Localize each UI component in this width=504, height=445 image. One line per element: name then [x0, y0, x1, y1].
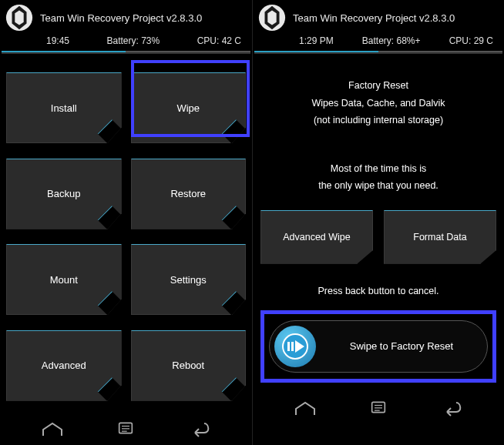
app-title: Team Win Recovery Project v2.8.3.0 [40, 12, 202, 24]
main-menu-grid: Install Wipe Backup Restore Mount Settin… [0, 57, 252, 411]
install-button[interactable]: Install [6, 72, 122, 143]
info-line: the only wipe that you need. [260, 177, 496, 195]
nav-bar [253, 390, 504, 424]
divider [254, 52, 502, 54]
log-icon[interactable] [365, 398, 392, 417]
info-line: Factory Reset [260, 77, 496, 95]
wipe-info: Factory Reset Wipes Data, Cache, and Dal… [253, 57, 504, 202]
settings-button[interactable]: Settings [131, 244, 247, 315]
swipe-label: Swipe to Factory Reset [316, 340, 487, 352]
app-title: Team Win Recovery Project v2.8.3.0 [293, 12, 455, 24]
time-label: 19:45 [46, 35, 69, 46]
cpu-label: CPU: 42 C [197, 35, 241, 46]
log-icon[interactable] [112, 419, 139, 437]
cancel-hint: Press back button to cancel. [253, 286, 504, 296]
format-data-button[interactable]: Format Data [384, 210, 496, 264]
header: Team Win Recovery Project v2.8.3.0 [253, 0, 504, 34]
home-icon[interactable] [291, 398, 319, 417]
status-bar: 1:29 PM Battery: 68%+ CPU: 29 C [253, 34, 504, 51]
svg-rect-8 [287, 342, 290, 351]
advanced-wipe-button[interactable]: Advanced Wipe [260, 210, 373, 264]
backup-button[interactable]: Backup [6, 159, 122, 229]
swipe-knob-icon[interactable] [274, 326, 316, 367]
advanced-button[interactable]: Advanced [6, 330, 122, 401]
swipe-highlight: Swipe to Factory Reset [260, 310, 496, 383]
status-bar: 19:45 Battery: 73% CPU: 42 C [0, 34, 252, 51]
main-menu-screen: Team Win Recovery Project v2.8.3.0 19:45… [0, 0, 252, 445]
info-line: Wipes Data, Cache, and Dalvik [260, 95, 496, 112]
header: Team Win Recovery Project v2.8.3.0 [0, 0, 252, 34]
reboot-button[interactable]: Reboot [131, 330, 247, 401]
info-line: Most of the time this is [260, 160, 496, 178]
twrp-logo-icon [5, 3, 34, 32]
swipe-to-factory-reset[interactable]: Swipe to Factory Reset [269, 320, 488, 373]
divider [2, 52, 250, 54]
back-icon[interactable] [438, 398, 465, 417]
battery-label: Battery: 68%+ [362, 35, 421, 46]
twrp-logo-icon [257, 3, 287, 32]
battery-label: Battery: 73% [106, 35, 160, 46]
back-icon[interactable] [186, 419, 213, 437]
nav-bar [0, 411, 252, 445]
cpu-label: CPU: 29 C [449, 35, 493, 46]
info-line: (not including internal storage) [260, 112, 496, 129]
time-label: 1:29 PM [299, 35, 334, 46]
wipe-button[interactable]: Wipe [131, 72, 247, 143]
svg-rect-9 [291, 342, 294, 351]
action-row: Advanced Wipe Format Data [253, 210, 504, 264]
mount-button[interactable]: Mount [6, 244, 122, 315]
wipe-screen: Team Win Recovery Project v2.8.3.0 1:29 … [252, 0, 504, 445]
home-icon[interactable] [39, 419, 66, 437]
restore-button[interactable]: Restore [131, 159, 247, 229]
